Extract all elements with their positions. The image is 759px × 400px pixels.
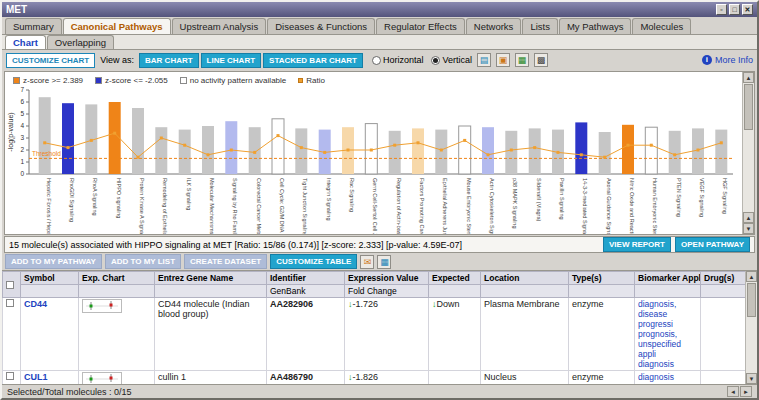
table-scroll-thumb[interactable] [747,283,756,317]
line-chart-button[interactable]: LINE CHART [201,53,261,68]
more-info-link[interactable]: i More Info [702,55,753,65]
tab-summary[interactable]: Summary [5,18,62,34]
pathway-label[interactable]: Actin Cytoskeleton Signaling [489,178,495,234]
pathway-bar[interactable] [435,130,447,174]
pathway-label[interactable]: Germ Cell-Sertoli Cell Juncti [372,178,378,234]
pathway-bar[interactable] [202,126,214,174]
header-checkbox[interactable] [6,281,14,289]
tab-lists[interactable]: Lists [522,18,558,34]
column-header-identifier[interactable]: Identifier [267,272,345,285]
pathway-label[interactable]: 14-3-3-mediated Signaling [582,178,588,234]
pathway-label[interactable]: Human Embryonic Stem Cell Plu [652,178,658,234]
add-to-my-list-button[interactable]: ADD TO MY LIST [105,254,181,269]
pathway-label[interactable]: Molecular Mechanisms of Cancer [209,178,215,234]
save-image-icon[interactable]: ▣ [496,53,510,67]
gene-symbol-link[interactable]: CD44 [24,299,47,309]
maximize-icon[interactable]: □ [729,4,740,15]
pathway-bar[interactable] [39,97,51,174]
column-header-exp_chart[interactable]: Exp. Chart [79,272,155,285]
vertical-radio[interactable] [431,56,440,65]
pathway-bar[interactable] [249,127,261,174]
subtab-chart[interactable]: Chart [5,35,46,49]
orientation-horizontal[interactable]: Horizontal [372,55,424,65]
view-report-button[interactable]: VIEW REPORT [603,237,671,252]
pathway-bar[interactable] [272,119,284,174]
pathway-bar[interactable] [155,127,167,174]
pathway-bar[interactable] [132,108,144,174]
pathway-bar[interactable] [622,125,634,174]
pathway-label[interactable]: VEGF Signaling [699,178,705,217]
pathway-label[interactable]: Sildenafil (Viagra) [536,178,542,221]
row-checkbox[interactable] [6,299,14,307]
subtab-overlapping[interactable]: Overlapping [47,35,114,49]
column-header-expected[interactable]: Expected [429,272,481,285]
pathway-label[interactable]: HGF Signaling [722,178,728,214]
chart-vertical-scrollbar[interactable]: ▲ ▲ ▼ [742,72,754,234]
column-header-location[interactable]: Location [481,272,569,285]
horizontal-radio[interactable] [372,56,381,65]
pathway-label[interactable]: ILK Signaling [186,178,192,210]
table-scroll-up-icon[interactable]: ▲ [746,271,757,282]
cell-exp-chart[interactable] [79,298,155,371]
pathway-bar[interactable] [669,131,681,174]
tab-regulator-effects[interactable]: Regulator Effects [376,18,465,34]
pathway-bar[interactable] [575,122,587,174]
tab-canonical-pathways[interactable]: Canonical Pathways [63,18,171,34]
column-header-types[interactable]: Type(s) [569,272,635,285]
pathway-bar[interactable] [529,128,541,174]
pathway-label[interactable]: Protein Kinase A Signaling [139,178,145,234]
pathway-label[interactable]: Hepatic Fibrosis / Hepatic St [46,178,52,234]
pathway-label[interactable]: Rac Signaling [349,178,355,212]
column-header-checkbox[interactable] [3,272,21,298]
pathway-bar[interactable] [715,130,727,174]
customize-table-button[interactable]: CUSTOMIZE TABLE [270,254,357,269]
pathway-label[interactable]: Epithelial Adherens Junction [442,178,448,234]
table-vertical-scrollbar[interactable]: ▲ ▼ [745,271,757,384]
pathway-label[interactable]: RhoGDI Signaling [69,178,75,222]
column-header-biomarker[interactable]: Biomarker Applica [635,272,701,285]
scroll-up-icon[interactable]: ▲ [743,72,754,83]
pathway-bar[interactable] [295,128,307,174]
add-to-my-pathway-button[interactable]: ADD TO MY PATHWAY [5,254,102,269]
scroll-up-icon-2[interactable]: ▲ [743,212,754,223]
cell-exp-chart[interactable] [79,371,155,385]
pathway-bar[interactable] [482,127,494,174]
hscroll-right-icon[interactable]: ► [740,386,752,397]
pathway-bar[interactable] [62,103,74,174]
pathway-label[interactable]: HIPPO signaling [116,178,122,218]
bar-chart-button[interactable]: BAR CHART [139,53,199,68]
email-export-icon[interactable]: ✉ [360,255,374,269]
tab-networks[interactable]: Networks [466,18,522,34]
pathway-label[interactable]: Paxillin Signaling [559,178,565,220]
orientation-vertical[interactable]: Vertical [431,55,472,65]
tab-molecules[interactable]: Molecules [632,18,691,34]
pathway-bar[interactable] [645,127,657,174]
open-pathway-button[interactable]: OPEN PATHWAY [675,237,750,252]
pathway-label[interactable]: Nitric Oxide and Reactive Oxy [629,178,635,234]
pathway-label[interactable]: Integrin Signaling [326,178,332,221]
minimize-icon[interactable]: ▫ [716,4,727,15]
pathway-label[interactable]: Regulation of Actin-based Mot [396,178,402,234]
close-icon[interactable]: ✕ [742,4,753,15]
scroll-thumb[interactable] [744,84,753,130]
table-scroll-down-icon[interactable]: ▼ [746,373,757,384]
tab-diseases-functions[interactable]: Diseases & Functions [267,18,375,34]
pathway-bar[interactable] [225,121,237,174]
chart-settings-icon[interactable]: ▩ [534,53,548,67]
hscroll-left-icon[interactable]: ◄ [727,386,739,397]
tab-my-pathways[interactable]: My Pathways [559,18,632,34]
pathway-label[interactable]: RhoA Signaling [92,178,98,216]
column-header-expression[interactable]: Expression Value [345,272,429,285]
pathway-bar[interactable] [389,131,401,174]
pathway-bar[interactable] [599,132,611,174]
pathway-label[interactable]: Cell Cycle: G2/M DNA Damage C [279,178,285,234]
pathway-label[interactable]: Axonal Guidance Signaling [606,178,612,234]
gene-symbol-link[interactable]: CUL1 [24,372,48,382]
pathway-label[interactable]: Factors Promoting Cardiogenes [419,178,425,234]
column-header-drugs[interactable]: Drug(s) [701,272,746,285]
print-icon[interactable]: ▤ [477,53,491,67]
pathway-bar[interactable] [179,130,191,174]
cell-checkbox[interactable] [3,371,21,385]
pathway-label[interactable]: Mouse Embryonic Stem Cell Plu [466,178,472,234]
row-checkbox[interactable] [6,372,14,380]
